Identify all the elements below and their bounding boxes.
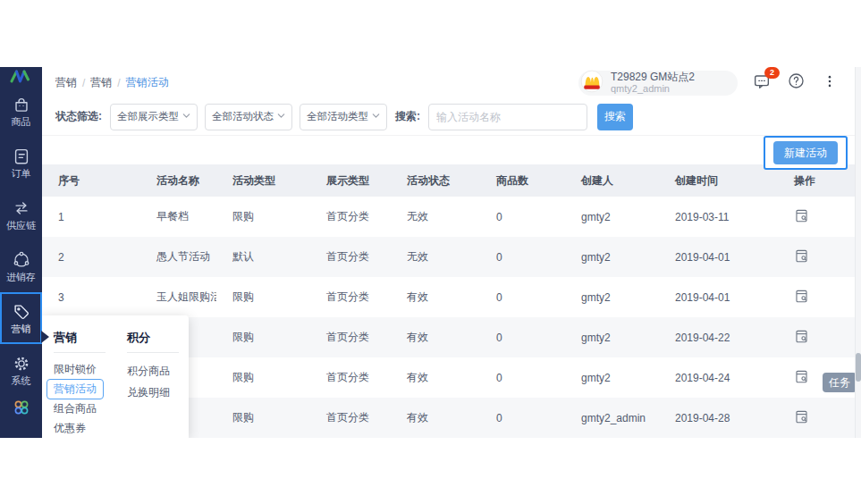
dropdown-selected-value: 全部活动状态 (212, 110, 274, 123)
table-cell: 愚人节活动 (140, 249, 216, 265)
column-header: 创建人 (565, 173, 659, 189)
table-row[interactable]: 3玉人姐限购活动限购首页分类有效0gmty22019-04-01 (42, 277, 861, 317)
breadcrumb-item[interactable]: 营销 (55, 75, 77, 90)
user-info: T29829 GM站点2 qmty2_admin (611, 71, 695, 95)
gear-icon (12, 354, 31, 374)
search-button[interactable]: 搜索 (597, 104, 633, 130)
table-cell: 无效 (391, 209, 480, 224)
breadcrumb-separator: / (82, 77, 85, 89)
view-detail-icon[interactable] (794, 248, 809, 264)
column-header: 商品数 (480, 173, 565, 189)
breadcrumb-item[interactable]: 营销活动 (126, 75, 169, 90)
view-detail-icon[interactable] (794, 369, 809, 384)
table-row[interactable]: 2愚人节活动默认首页分类无效0gmty22019-04-01 (42, 237, 861, 277)
table-cell: gmty2 (565, 291, 659, 304)
menu-item[interactable]: 积分商品 (127, 364, 170, 379)
table-cell: 玉人姐限购活动 (140, 290, 216, 305)
column-header: 序号 (42, 173, 140, 189)
table-header-row: 序号活动名称活动类型展示类型活动状态商品数创建人创建时间操作 (42, 164, 861, 197)
sidebar-item-label: 订单 (12, 169, 31, 179)
sidebar-item-system[interactable]: 系统 (0, 344, 42, 396)
more-button[interactable] (820, 73, 840, 93)
breadcrumb-item[interactable]: 营销 (90, 75, 112, 90)
menu-item[interactable]: 优惠券 (54, 421, 86, 436)
table-cell: 2019-04-28 (659, 412, 778, 424)
top-bar-right: T29829 GM站点2 qmty2_admin 2 (578, 71, 840, 96)
filter-dropdown-0[interactable]: 全部展示类型 (110, 104, 198, 130)
search-input[interactable] (428, 104, 587, 130)
table-cell: 首页分类 (310, 370, 391, 385)
notification-badge: 2 (764, 67, 780, 79)
view-detail-icon[interactable] (794, 289, 809, 304)
table-cell: 0 (480, 211, 565, 223)
sidebar-item-marketing[interactable]: 营销 (0, 292, 42, 344)
menu-section-1: 积分积分商品兑换明细 (127, 330, 179, 438)
marketing-flyout-menu: 营销限时锁价营销活动组合商品优惠券积分积分商品兑换明细 (42, 315, 189, 438)
table-cell: gmty2 (565, 251, 659, 264)
table-cell: 限购 (216, 410, 310, 425)
table-cell: 3 (42, 291, 140, 304)
table-cell: 限购 (216, 209, 310, 224)
toolbar (42, 136, 861, 164)
flyout-arrow-icon (41, 331, 55, 343)
table-cell: 限购 (216, 330, 310, 345)
table-cell: 0 (480, 291, 565, 304)
table-cell: 2019-03-11 (659, 211, 778, 223)
view-detail-icon[interactable] (794, 208, 809, 223)
task-tab[interactable]: 任务 (823, 373, 857, 392)
status-filter-label: 状态筛选: (55, 109, 102, 124)
menu-item-row: 组合商品 (54, 399, 106, 418)
table-cell: 0 (480, 251, 565, 264)
scrollbar-track[interactable] (855, 67, 861, 438)
help-button[interactable] (786, 73, 806, 93)
table-cell: 限购 (216, 290, 310, 305)
sidebar-item-orders[interactable]: 订单 (0, 137, 42, 189)
view-detail-icon[interactable] (794, 409, 809, 424)
sidebar-item-label: 供应链 (6, 221, 36, 231)
table-cell: 有效 (391, 290, 480, 305)
operation-cell (778, 248, 861, 266)
chevron-down-icon (181, 111, 191, 122)
table-cell: 首页分类 (310, 330, 391, 345)
operation-cell (778, 289, 861, 307)
operation-cell (778, 208, 861, 226)
table-cell: 2019-04-24 (659, 372, 778, 384)
table-cell: gmty2 (565, 372, 659, 384)
table-cell: 有效 (391, 370, 480, 385)
table-row[interactable]: 1早餐档限购首页分类无效0gmty22019-03-11 (42, 197, 861, 237)
menu-item[interactable]: 兑换明细 (127, 385, 170, 400)
menu-item[interactable]: 组合商品 (54, 401, 97, 416)
table-cell: gmty2_admin (565, 412, 659, 424)
menu-item[interactable]: 限时锁价 (54, 362, 97, 377)
sidebar-item-supply-chain[interactable]: 供应链 (0, 189, 42, 240)
menu-item-row: 兑换明细 (127, 382, 179, 403)
notification-button[interactable]: 2 (752, 73, 772, 93)
table-cell: 0 (480, 412, 565, 424)
supply-chain-icon (12, 198, 31, 218)
sidebar-nav: 商品订单供应链进销存营销系统 (0, 85, 42, 438)
app-logo-icon[interactable] (0, 67, 42, 85)
app-window: 商品订单供应链进销存营销系统 营销/营销/营销活动 T29829 GM站点2 q… (0, 67, 861, 438)
table-cell: 有效 (391, 330, 480, 345)
sidebar-item-apps[interactable] (0, 396, 42, 438)
menu-item-row: 营销活动 (54, 379, 106, 399)
user-chip[interactable]: T29829 GM站点2 qmty2_admin (578, 71, 738, 96)
table-cell: 早餐档 (140, 209, 216, 224)
column-header: 操作 (778, 173, 861, 189)
new-activity-button[interactable]: 新建活动 (773, 141, 838, 164)
screenshot-canvas: 商品订单供应链进销存营销系统 营销/营销/营销活动 T29829 GM站点2 q… (0, 0, 861, 504)
sidebar-item-label: 系统 (12, 376, 31, 386)
scrollbar-thumb[interactable] (856, 353, 861, 382)
chevron-down-icon (371, 111, 381, 122)
kebab-menu-icon (822, 73, 838, 93)
filter-dropdown-2[interactable]: 全部活动类型 (300, 104, 387, 130)
column-header: 展示类型 (310, 173, 391, 189)
sidebar-item-goods[interactable]: 商品 (0, 85, 42, 137)
filter-dropdown-1[interactable]: 全部活动状态 (205, 104, 292, 130)
sidebar-item-inventory[interactable]: 进销存 (0, 240, 42, 292)
table-cell: 2 (42, 251, 140, 264)
menu-item[interactable]: 营销活动 (46, 379, 104, 399)
view-detail-icon[interactable] (794, 329, 809, 344)
table-cell: 2019-04-22 (659, 332, 778, 344)
apps-grid-icon (12, 398, 31, 417)
